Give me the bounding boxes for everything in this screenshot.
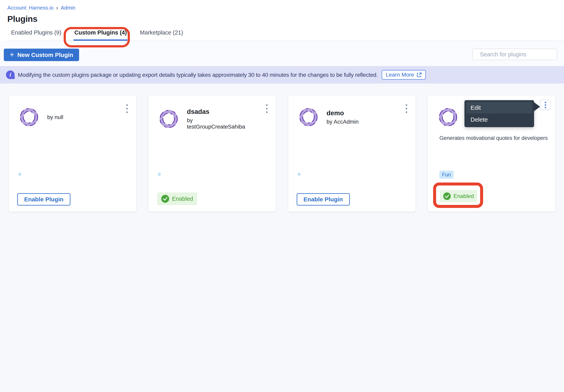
enabled-label: Enabled xyxy=(172,196,193,202)
plugins-grid-section: by null Enable Plugin dsadas by testGrou… xyxy=(0,84,564,211)
search-input[interactable] xyxy=(480,51,555,58)
plugin-title: dsadas xyxy=(187,108,246,115)
page-header: Account: Harness.io › Admin Plugins Enab… xyxy=(0,0,564,41)
context-menu: Edit Delete xyxy=(465,100,534,127)
tag-dot xyxy=(18,173,21,176)
breadcrumb: Account: Harness.io › Admin xyxy=(7,5,564,11)
plugin-card-dsadas: dsadas by testGroupCreateSahiba Enabled xyxy=(149,96,276,211)
context-menu-delete[interactable]: Delete xyxy=(466,114,532,125)
kebab-menu-icon[interactable] xyxy=(265,104,268,114)
tab-marketplace[interactable]: Marketplace (21) xyxy=(139,28,184,41)
learn-more-label: Learn More xyxy=(386,72,414,78)
plugin-ring-icon xyxy=(159,110,178,128)
plugin-author: by null xyxy=(47,114,63,120)
plugin-author: by AccAdmin xyxy=(327,119,359,125)
plugin-author: by testGroupCreateSahiba xyxy=(187,117,246,130)
plugin-card-null: by null Enable Plugin xyxy=(9,96,136,211)
plugin-card-motivational: Edit Delete Generates motivational quote… xyxy=(428,96,555,211)
info-banner-text: Modifying the custom plugins package or … xyxy=(18,72,378,78)
info-banner: i Modifying the custom plugins package o… xyxy=(0,66,564,84)
kebab-menu-icon[interactable] xyxy=(125,104,128,114)
tag-dot xyxy=(158,173,161,176)
info-icon: i xyxy=(6,70,15,79)
breadcrumb-account-link[interactable]: Account: Harness.io xyxy=(7,5,54,11)
enabled-label: Enabled xyxy=(454,193,474,199)
check-circle-icon xyxy=(443,192,451,200)
enable-plugin-button[interactable]: Enable Plugin xyxy=(17,193,70,206)
tag-dot xyxy=(298,173,301,176)
chevron-right-icon: › xyxy=(56,4,58,12)
kebab-menu-icon-active[interactable] xyxy=(540,100,551,110)
plugin-card-demo: demo by AccAdmin Enable Plugin xyxy=(288,96,415,211)
enabled-status-badge: Enabled xyxy=(440,190,477,202)
learn-more-button[interactable]: Learn More xyxy=(382,70,426,80)
plugin-description: Generates motivational quotes for develo… xyxy=(440,135,551,141)
tab-enabled-plugins[interactable]: Enabled Plugins (9) xyxy=(10,28,62,41)
context-menu-edit[interactable]: Edit xyxy=(466,102,532,113)
enabled-status-badge: Enabled xyxy=(157,192,197,205)
check-circle-icon xyxy=(161,195,169,203)
plugin-ring-icon xyxy=(20,108,38,126)
toolbar: + New Custom Plugin xyxy=(0,41,564,66)
plugin-title: demo xyxy=(327,109,359,117)
plus-icon: + xyxy=(10,51,14,58)
search-box[interactable] xyxy=(472,49,557,60)
page-title: Plugins xyxy=(7,14,564,24)
plugin-ring-icon xyxy=(299,108,318,126)
new-custom-plugin-button[interactable]: + New Custom Plugin xyxy=(4,49,79,61)
kebab-menu-icon[interactable] xyxy=(405,104,408,114)
tab-custom-plugins[interactable]: Custom Plugins (4) xyxy=(74,28,127,41)
enable-plugin-button[interactable]: Enable Plugin xyxy=(297,193,350,206)
plugin-cards: by null Enable Plugin dsadas by testGrou… xyxy=(9,96,555,211)
plugin-ring-icon xyxy=(439,108,457,126)
new-custom-plugin-label: New Custom Plugin xyxy=(17,52,73,58)
external-link-icon xyxy=(416,72,422,78)
fun-tag-badge: Fun xyxy=(439,171,454,179)
breadcrumb-admin-link[interactable]: Admin xyxy=(61,5,75,11)
tab-bar: Enabled Plugins (9) Custom Plugins (4) M… xyxy=(7,28,564,41)
